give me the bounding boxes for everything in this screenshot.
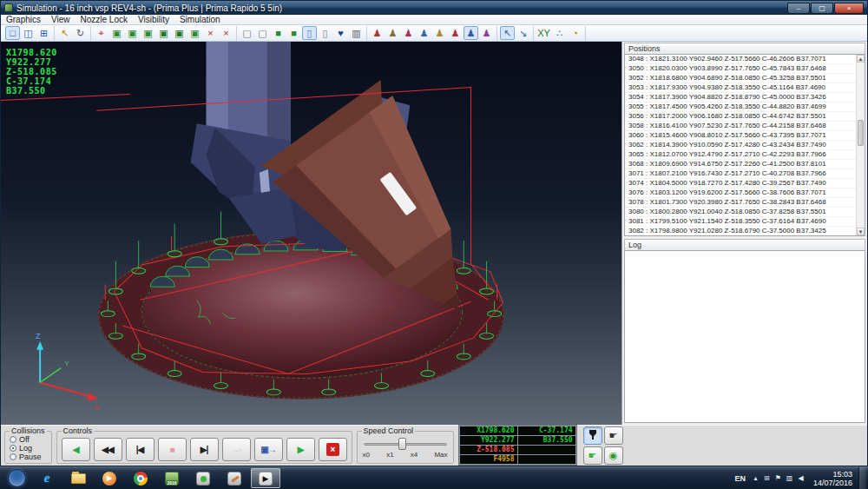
select-cursor-icon[interactable]: ↖ — [57, 26, 72, 40]
head-orientation-2-icon[interactable]: ♟ — [385, 26, 400, 40]
position-row[interactable]: 3053 : X1817.9300 Y904.9380 Z-518.3550 C… — [625, 83, 856, 93]
position-row[interactable]: 3078 : X1801.7300 Y920.3980 Z-517.7650 C… — [625, 198, 856, 208]
view-cube-back-icon[interactable]: ▣ — [172, 26, 187, 40]
positions-scrollbar[interactable]: ▲ ▼ — [856, 55, 865, 235]
chrome-button[interactable] — [126, 468, 155, 488]
menu-item[interactable]: Graphics — [1, 15, 46, 25]
collision-mode-radio[interactable]: Off — [10, 435, 47, 444]
position-row[interactable]: 3050 : X1820.0300 Y903.8990 Z-517.7650 C… — [625, 64, 856, 74]
view-cube-front-icon[interactable]: ▣ — [109, 26, 124, 40]
position-row[interactable]: 3071 : X1807.2100 Y916.7430 Z-517.2710 C… — [625, 169, 856, 179]
layout-split-icon[interactable]: ◫ — [21, 26, 36, 40]
view-cube-top-icon[interactable]: ▣ — [141, 26, 155, 40]
position-row[interactable]: 3074 : X1804.5000 Y918.7270 Z-517.4280 C… — [625, 179, 856, 188]
show-desktop-button[interactable] — [858, 467, 866, 489]
menu-item[interactable]: View — [46, 15, 76, 25]
position-row[interactable]: 3076 : X1803.1200 Y919.6200 Z-517.5660 C… — [625, 188, 856, 198]
play-reverse-button[interactable]: ◀ — [62, 438, 90, 461]
scroll-up-arrow[interactable]: ▲ — [857, 55, 865, 63]
clock[interactable]: 15:03 14/07/2016 — [806, 470, 858, 487]
pick-point-icon[interactable]: ↖ — [500, 26, 515, 40]
pick-entity-icon[interactable]: ↘ — [516, 26, 530, 40]
position-row[interactable]: 3054 : X1817.3900 Y904.8820 Z-518.8790 C… — [625, 93, 856, 102]
close-button[interactable]: × — [834, 3, 864, 14]
go-to-position-button[interactable]: ◉ — [604, 446, 623, 465]
sheet-view-icon[interactable]: ▯ — [318, 26, 332, 40]
start-button[interactable] — [3, 468, 30, 488]
nozzle-follow-button[interactable] — [583, 426, 602, 445]
position-row[interactable]: 3056 : X1817.2000 Y906.1680 Z-518.0850 C… — [625, 112, 856, 122]
minimize-button[interactable]: – — [787, 3, 810, 14]
collision-mode-radio[interactable]: Pause — [10, 453, 47, 461]
positions-list[interactable]: 3048 : X1821.3100 Y902.9460 Z-517.5660 C… — [624, 54, 865, 236]
measure-icon[interactable]: ◔ — [568, 26, 582, 40]
part-solid-icon[interactable]: ■ — [271, 26, 286, 40]
collision-mode-radio[interactable]: Log — [10, 444, 47, 453]
position-row[interactable]: 3052 : X1818.6800 Y904.6890 Z-518.0850 C… — [625, 74, 856, 83]
xy-plane-icon[interactable]: XY — [536, 26, 551, 40]
internet-explorer-button[interactable]: e — [32, 468, 62, 488]
play-button[interactable]: ▶ — [286, 438, 315, 461]
origin-axis-icon[interactable]: ⌖ — [94, 26, 108, 40]
position-row[interactable]: 3080 : X1800.2800 Y921.0040 Z-518.0850 C… — [625, 208, 856, 217]
position-row[interactable]: 3068 : X1809.6900 Y914.6750 Z-517.2260 C… — [625, 160, 856, 169]
menu-item[interactable]: Visibility — [133, 15, 174, 25]
simulation-app-button[interactable] — [188, 468, 218, 488]
rotate-view-icon[interactable]: ↻ — [73, 26, 88, 40]
stop-button[interactable]: ■ — [158, 438, 187, 461]
flag-icon[interactable]: ⚑ — [773, 474, 784, 482]
position-row[interactable]: 3060 : X1815.4600 Y908.8010 Z-517.5660 C… — [625, 131, 856, 141]
step-to-start-button[interactable]: |◀ — [126, 438, 155, 461]
scroll-down-arrow[interactable]: ▼ — [857, 228, 865, 235]
head-orientation-1-icon[interactable]: ♟ — [370, 26, 385, 40]
abort-button[interactable]: × — [319, 438, 347, 461]
layout-quad-icon[interactable]: ⊞ — [36, 26, 51, 40]
scroll-thumb[interactable] — [858, 120, 864, 146]
designer-app-button[interactable] — [220, 468, 249, 488]
part-solid2-icon[interactable]: ■ — [286, 26, 301, 40]
head-orientation-4-icon[interactable]: ♟ — [417, 26, 431, 40]
clear-all-icon[interactable]: × — [219, 26, 233, 40]
maximize-button[interactable]: ▢ — [811, 3, 833, 14]
action-center-icon[interactable]: ⊞ — [761, 474, 773, 482]
network-icon[interactable]: ▥ — [784, 474, 795, 482]
shield-icon[interactable]: ♥ — [333, 26, 348, 40]
position-row[interactable]: 3058 : X1816.4100 Y907.5230 Z-517.7650 C… — [625, 122, 856, 131]
bin-icon[interactable]: ▥ — [349, 26, 364, 40]
menu-item[interactable]: Nozzle Lock — [76, 15, 133, 25]
speed-slider[interactable] — [362, 437, 449, 451]
panel-view-icon[interactable]: ▯ — [302, 26, 317, 40]
step-to-end-button[interactable]: ▶| — [190, 438, 219, 461]
head-orientation-5-icon[interactable]: ♟ — [432, 26, 447, 40]
layout-single-icon[interactable]: □ — [5, 26, 20, 40]
collision-step-button[interactable]: →▫ — [222, 438, 251, 461]
head-orientation-7-icon[interactable]: ♟ — [464, 26, 478, 40]
view-cube-side-icon[interactable]: ▣ — [125, 26, 140, 40]
clear-path-icon[interactable]: × — [203, 26, 218, 40]
fast-rewind-button[interactable]: ◀◀ — [94, 438, 122, 461]
head-orientation-3-icon[interactable]: ♟ — [401, 26, 416, 40]
position-row[interactable]: 3055 : X1817.4500 Y905.4260 Z-518.3550 C… — [625, 102, 856, 112]
pick-position-button[interactable]: ☛ — [604, 426, 623, 445]
hidden-icons-arrow[interactable]: ▴ — [750, 474, 761, 482]
position-row[interactable]: 3062 : X1814.3900 Y910.0590 Z-517.4280 C… — [625, 141, 856, 150]
active-simulation-button[interactable]: ▶ — [251, 468, 280, 488]
media-player-button[interactable]: ▶ — [95, 468, 124, 488]
part-wire2-icon[interactable]: ▢ — [255, 26, 270, 40]
speed-slider-thumb[interactable] — [398, 438, 406, 450]
viewport-3d[interactable]: Z Y X X1798.620Y922.277Z-518.085C-37.174… — [1, 42, 621, 425]
menu-item[interactable]: Simulation — [174, 15, 226, 25]
position-row[interactable]: 3081 : X1799.5100 Y921.1540 Z-518.3550 C… — [625, 217, 856, 227]
snap-points-icon[interactable]: ∴ — [552, 26, 567, 40]
volume-icon[interactable]: ◀ — [795, 474, 806, 482]
titlebar[interactable]: Simulation - 16 inch vsp REV4-sh - (Prim… — [1, 1, 867, 15]
position-row[interactable]: 3048 : X1821.3100 Y902.9460 Z-517.5660 C… — [625, 55, 856, 64]
file-explorer-button[interactable] — [63, 468, 93, 488]
position-row[interactable]: 3065 : X1812.0700 Y912.4790 Z-517.2710 C… — [625, 150, 856, 160]
head-orientation-8-icon[interactable]: ♟ — [479, 26, 494, 40]
language-indicator[interactable]: EN — [730, 474, 750, 483]
head-orientation-6-icon[interactable]: ♟ — [448, 26, 463, 40]
zoom-extents-icon[interactable]: ▣ — [187, 26, 202, 40]
load-path-button[interactable]: ▣→ — [254, 438, 283, 461]
calendar-2016-button[interactable]: 2016 — [157, 468, 187, 488]
